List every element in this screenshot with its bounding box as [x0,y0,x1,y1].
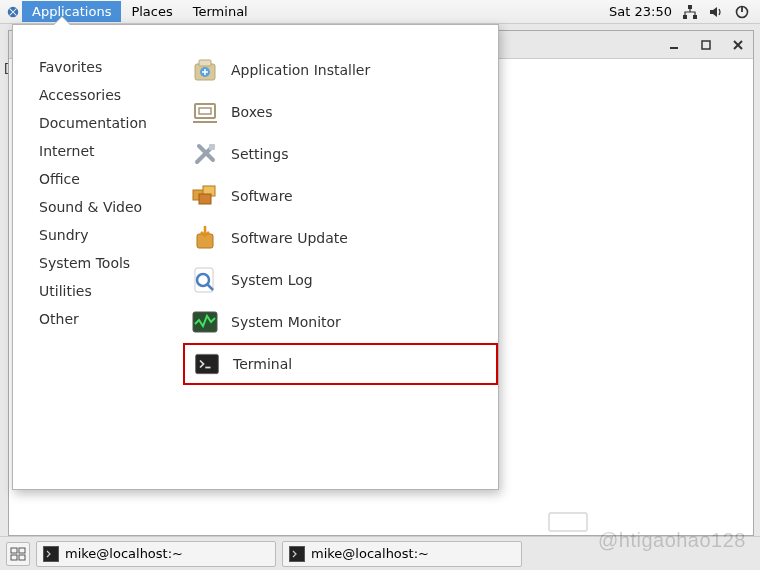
svg-rect-28 [19,548,25,553]
software-icon [189,180,221,212]
app-label: Software Update [231,230,348,246]
svg-rect-19 [199,194,211,204]
svg-rect-29 [11,555,17,560]
terminal-icon [191,348,223,380]
terminal-icon [289,546,305,562]
category-accessories[interactable]: Accessories [39,81,183,109]
applications-dropdown: Favorites Accessories Documentation Inte… [12,24,499,490]
monitor-icon [189,306,221,338]
svg-rect-1 [688,5,692,9]
svg-rect-14 [199,108,211,114]
taskbar-entry-label: mike@localhost:~ [65,546,183,561]
update-icon [189,222,221,254]
svg-rect-11 [199,60,211,66]
app-label: Application Installer [231,62,370,78]
app-list: Application Installer Boxes Settings Sof… [183,25,498,489]
top-panel-right: Sat 23:50 [609,4,760,20]
svg-rect-13 [195,104,215,118]
svg-rect-2 [683,15,687,19]
app-terminal[interactable]: Terminal [183,343,498,385]
menu-places[interactable]: Places [121,1,182,22]
app-software[interactable]: Software [183,175,498,217]
svg-rect-25 [196,354,219,373]
svg-rect-27 [11,548,17,553]
category-utilities[interactable]: Utilities [39,277,183,305]
installer-icon [189,54,221,86]
category-sound-video[interactable]: Sound & Video [39,193,183,221]
category-internet[interactable]: Internet [39,137,183,165]
distro-logo-icon [6,5,20,19]
svg-rect-3 [693,15,697,19]
category-list: Favorites Accessories Documentation Inte… [13,25,183,489]
terminal-icon [43,546,59,562]
app-system-log[interactable]: System Log [183,259,498,301]
power-icon[interactable] [734,4,750,20]
app-system-monitor[interactable]: System Monitor [183,301,498,343]
app-label: Terminal [233,356,292,372]
taskbar-entry-1[interactable]: mike@localhost:~ [36,541,276,567]
svg-rect-16 [209,144,215,150]
svg-rect-30 [19,555,25,560]
app-application-installer[interactable]: Application Installer [183,49,498,91]
minimize-button[interactable] [667,38,681,52]
category-office[interactable]: Office [39,165,183,193]
settings-icon [189,138,221,170]
category-sundry[interactable]: Sundry [39,221,183,249]
app-label: Settings [231,146,288,162]
menu-applications[interactable]: Applications [22,1,121,22]
category-documentation[interactable]: Documentation [39,109,183,137]
app-label: System Monitor [231,314,341,330]
volume-icon[interactable] [708,4,724,20]
taskbar-entry-label: mike@localhost:~ [311,546,429,561]
network-icon[interactable] [682,4,698,20]
taskbar-entry-2[interactable]: mike@localhost:~ [282,541,522,567]
category-favorites[interactable]: Favorites [39,53,183,81]
close-button[interactable] [731,38,745,52]
boxes-icon [189,96,221,128]
clock[interactable]: Sat 23:50 [609,4,672,19]
top-panel: Applications Places Terminal Sat 23:50 [0,0,760,24]
app-boxes[interactable]: Boxes [183,91,498,133]
watermark-box [548,512,588,532]
maximize-button[interactable] [699,38,713,52]
partial-background-text: [ [4,61,9,76]
category-other[interactable]: Other [39,305,183,333]
watermark-text: @htigaohao128 [598,529,746,552]
menu-terminal[interactable]: Terminal [183,1,258,22]
app-software-update[interactable]: Software Update [183,217,498,259]
category-system-tools[interactable]: System Tools [39,249,183,277]
workspace-switcher[interactable] [6,542,30,566]
top-panel-left: Applications Places Terminal [0,1,258,22]
log-icon [189,264,221,296]
app-label: Boxes [231,104,273,120]
app-settings[interactable]: Settings [183,133,498,175]
app-label: System Log [231,272,313,288]
app-label: Software [231,188,293,204]
svg-rect-7 [702,41,710,49]
